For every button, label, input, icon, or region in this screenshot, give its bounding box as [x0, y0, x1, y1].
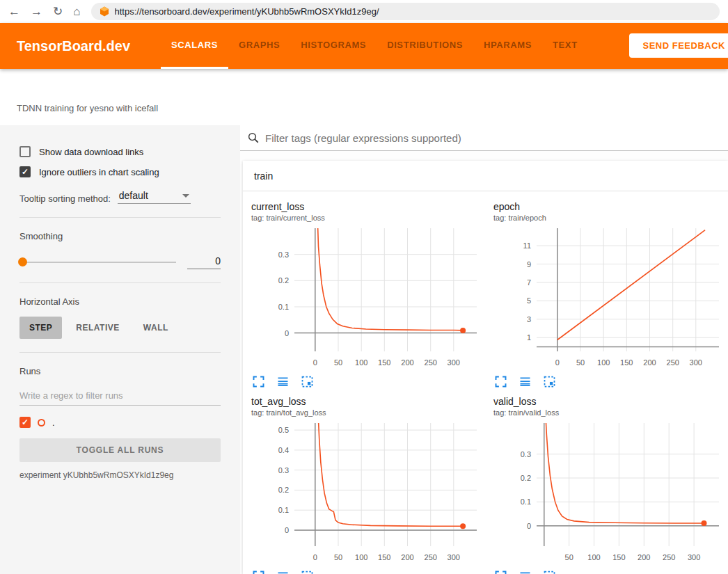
- run-checkbox-checked-icon[interactable]: ✓: [19, 417, 31, 428]
- filter-tags-row: [240, 125, 728, 151]
- runs-label: Runs: [19, 366, 221, 376]
- section-title: train: [254, 170, 273, 182]
- fit-domain-icon[interactable]: [300, 569, 315, 574]
- svg-text:0.5: 0.5: [278, 426, 289, 434]
- run-row[interactable]: ✓ .: [19, 417, 221, 428]
- settings-sidebar: Show data download links ✓ Ignore outlie…: [0, 125, 240, 574]
- log-scale-icon[interactable]: [276, 374, 290, 389]
- chart-canvas[interactable]: 00.10.20.30.40.5050100150200250300: [251, 420, 482, 564]
- svg-text:250: 250: [425, 358, 437, 367]
- horizontal-axis-options: STEPRELATIVEWALL: [19, 317, 221, 339]
- app-header: TensorBoard.dev SCALARSGRAPHSHISTOGRAMSD…: [0, 23, 728, 69]
- log-scale-icon[interactable]: [276, 569, 290, 574]
- tab-hparams[interactable]: HPARAMS: [473, 23, 542, 69]
- log-scale-icon[interactable]: [518, 374, 532, 389]
- chart-title: epoch: [493, 201, 728, 212]
- log-scale-icon[interactable]: [518, 569, 532, 574]
- home-icon[interactable]: ⌂: [73, 6, 80, 17]
- chart-canvas[interactable]: 00.10.20.3050100150200250300: [251, 225, 482, 369]
- charts-grid: current_losstag: train/current_loss00.10…: [243, 191, 728, 574]
- send-feedback-button[interactable]: SEND FEEDBACK: [629, 33, 728, 58]
- smoothing-slider[interactable]: [19, 262, 176, 263]
- svg-text:150: 150: [620, 358, 633, 367]
- brand-title: TensorBoard.dev: [0, 38, 161, 54]
- svg-text:0.1: 0.1: [278, 506, 289, 514]
- slider-thumb[interactable]: [18, 257, 27, 266]
- back-icon[interactable]: ←: [8, 6, 20, 17]
- chart-card-epoch: epochtag: train/epoch1357911050100150200…: [493, 201, 728, 389]
- chart-actions: [493, 374, 728, 389]
- run-name: .: [52, 417, 55, 428]
- expand-chart-icon[interactable]: [493, 569, 508, 574]
- fit-domain-icon[interactable]: [542, 569, 557, 574]
- fit-domain-icon[interactable]: [542, 374, 557, 389]
- runs-filter-input[interactable]: [19, 388, 221, 406]
- tab-graphs[interactable]: GRAPHS: [228, 23, 290, 69]
- svg-text:0.3: 0.3: [521, 450, 531, 459]
- axis-option-relative[interactable]: RELATIVE: [66, 317, 129, 339]
- svg-text:0: 0: [527, 522, 531, 530]
- svg-text:9: 9: [527, 260, 531, 269]
- smoothing-value-input[interactable]: 0: [187, 255, 221, 269]
- svg-text:100: 100: [587, 553, 600, 561]
- svg-text:100: 100: [597, 358, 610, 367]
- show-download-links-checkbox[interactable]: Show data download links: [19, 146, 221, 157]
- reload-icon[interactable]: ↻: [53, 6, 63, 17]
- chart-actions: [251, 569, 493, 574]
- smoothing-label: Smoothing: [19, 231, 221, 241]
- svg-text:150: 150: [378, 553, 390, 561]
- axis-option-step[interactable]: STEP: [19, 317, 62, 339]
- address-bar[interactable]: https://tensorboard.dev/experiment/yKUbh…: [91, 3, 720, 20]
- svg-text:300: 300: [690, 358, 702, 367]
- svg-text:200: 200: [401, 358, 413, 367]
- svg-text:100: 100: [355, 358, 367, 367]
- tab-histograms[interactable]: HISTOGRAMS: [290, 23, 377, 69]
- expand-chart-icon[interactable]: [251, 374, 266, 389]
- checkbox-unchecked-icon: [19, 146, 31, 157]
- section-header-train[interactable]: train: [243, 161, 728, 191]
- divider: [19, 217, 221, 218]
- tab-text[interactable]: TEXT: [542, 23, 588, 69]
- axis-option-wall[interactable]: WALL: [134, 317, 178, 339]
- search-icon: [247, 131, 260, 144]
- divider: [19, 282, 221, 283]
- chart-canvas[interactable]: 00.10.20.350100150200250300: [493, 420, 725, 564]
- expand-chart-icon[interactable]: [251, 569, 266, 574]
- svg-text:0.2: 0.2: [278, 276, 289, 285]
- tooltip-sort-label: Tooltip sorting method:: [19, 193, 111, 204]
- svg-text:11: 11: [523, 241, 531, 250]
- experiment-title: TDNN training for yesno with icefall: [17, 103, 158, 113]
- tooltip-sort-dropdown[interactable]: default: [118, 190, 191, 204]
- forward-icon[interactable]: →: [31, 6, 42, 17]
- fit-domain-icon[interactable]: [300, 374, 315, 389]
- svg-text:300: 300: [688, 553, 700, 561]
- svg-text:0: 0: [555, 358, 560, 367]
- tab-distributions[interactable]: DISTRIBUTIONS: [377, 23, 473, 69]
- expand-chart-icon[interactable]: [493, 374, 508, 389]
- tab-scalars[interactable]: SCALARS: [161, 23, 228, 69]
- chart-actions: [493, 569, 728, 574]
- toggle-all-runs-button[interactable]: TOGGLE ALL RUNS: [19, 438, 221, 462]
- svg-text:0: 0: [285, 329, 289, 337]
- chevron-down-icon: [182, 194, 189, 198]
- train-card: train current_losstag: train/current_los…: [243, 161, 728, 574]
- chart-canvas[interactable]: 1357911050100150200250300: [493, 225, 725, 369]
- filter-tags-input[interactable]: [265, 132, 728, 144]
- chart-actions: [251, 374, 493, 389]
- ignore-outliers-checkbox[interactable]: ✓ Ignore outliers in chart scaling: [19, 166, 221, 177]
- checkbox-label: Ignore outliers in chart scaling: [39, 167, 159, 177]
- chart-title: tot_avg_loss: [251, 396, 493, 407]
- svg-text:250: 250: [425, 553, 437, 561]
- svg-text:300: 300: [448, 553, 460, 561]
- content: Show data download links ✓ Ignore outlie…: [0, 125, 728, 574]
- svg-text:300: 300: [448, 358, 460, 367]
- run-color-icon: [38, 419, 45, 426]
- svg-text:0.2: 0.2: [521, 474, 531, 482]
- svg-text:50: 50: [565, 553, 573, 561]
- header-tabs: SCALARSGRAPHSHISTOGRAMSDISTRIBUTIONSHPAR…: [161, 23, 588, 69]
- browser-chrome: ← → ↻ ⌂ https://tensorboard.dev/experime…: [0, 0, 728, 23]
- sub-header: TDNN training for yesno with icefall: [0, 69, 728, 125]
- svg-text:200: 200: [401, 553, 413, 561]
- chart-tag: tag: train/tot_avg_loss: [251, 408, 493, 417]
- svg-text:50: 50: [576, 358, 585, 367]
